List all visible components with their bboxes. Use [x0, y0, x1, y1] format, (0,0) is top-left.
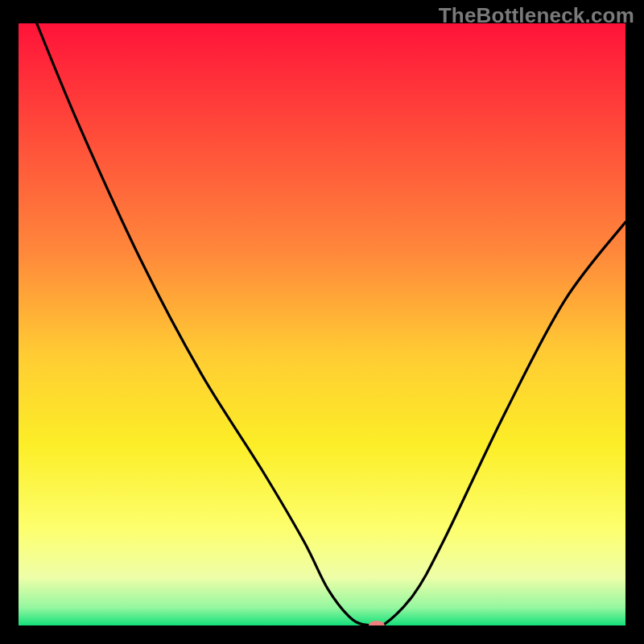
chart-plot-area [19, 23, 625, 625]
outer-frame: TheBottleneck.com [0, 0, 644, 644]
chart-svg [0, 0, 644, 644]
watermark-text: TheBottleneck.com [439, 3, 634, 28]
chart-minimum-marker [369, 621, 385, 630]
